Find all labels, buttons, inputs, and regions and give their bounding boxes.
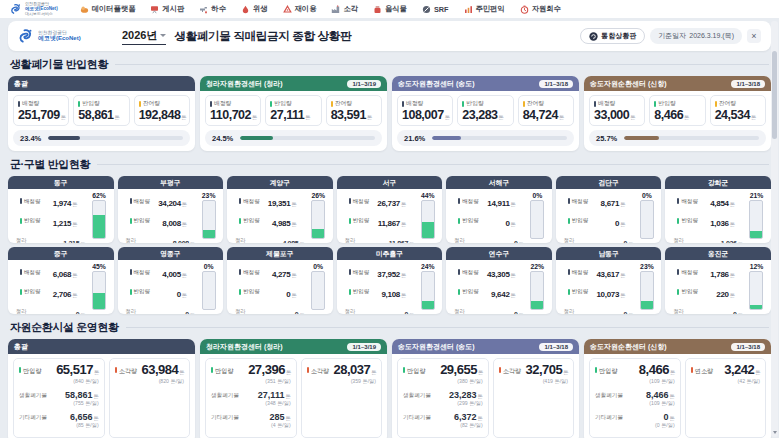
district-percent: 44% [421,192,435,199]
district-name: 연수구 [446,247,552,260]
district-cheongna-row: 청라 0톤 [231,303,305,315]
integrated-dashboard-button[interactable]: 통합상황판 [580,28,645,44]
district-card-grid: 동구 배정량 1,974톤 반입량 1,215톤 청라 1,2 [8,176,771,314]
household-waste-row: 생활폐기물 58,861톤 (755 톤/일) [19,390,99,408]
orange-accent-bar [115,367,117,373]
navy-accent-bar [130,269,132,275]
green-accent-bar [677,218,679,224]
title-rule [97,164,769,165]
page-title: 생활폐기물 직매립금지 종합 상황판 [174,29,351,44]
navy-accent-bar [458,198,460,204]
district-incoming-row: 반입량 0톤 [122,283,196,301]
header-logo-text: 인천환경공단 에코넷(EcoNet) [38,30,81,42]
district-allocated-row: 배정량 1,786톤 [669,263,743,281]
allocated-stat: 배정량 33,000톤 [589,95,645,126]
navy-accent-bar [594,101,596,107]
incoming-stat: 반입량 27,111톤 [265,95,321,126]
green-accent-bar [211,367,213,373]
daily-rate: (42 톤/일) [724,378,760,385]
close-button[interactable]: × [747,29,761,43]
navy-accent-bar [20,269,22,275]
intake-card-grid: 총괄 배정량 251,709톤 반입량 58,861톤 잔여량 192,848톤 [8,76,771,151]
board-icon [150,5,159,14]
progress-percent: 23.4% [20,134,41,143]
incinerated-box: 연소량 3,242톤 (42 톤/일) [685,358,766,438]
card-title: 송도자원순환센터 (신항) [590,342,667,352]
district-percent: 62% [92,192,106,199]
nav-item-resource-recovery[interactable]: 자원회수 [520,4,561,14]
top-nav-menu: 데이터플랫폼 게시판 하수 위생 재이용 소각 음식물 SRF 주민편익 자 [80,4,561,14]
progress-track [432,136,567,140]
daily-rate: (351 톤/일) [248,378,291,385]
close-icon: × [751,31,756,41]
district-allocated-row: 배정량 4,854톤 [669,192,743,210]
daily-rate: (85 톤/일) [70,422,99,429]
nav-item-reuse[interactable]: 재이용 [283,4,317,14]
card-title: 청라자원환경센터 (청라) [206,342,283,352]
district-progress-fill [750,305,762,309]
allocated-stat: 배정량 110,702톤 [205,95,261,126]
district-allocated-row: 배정량 1,974톤 [12,192,86,210]
intake-summary-card: 송도자원환경센터 (송도) 1/1~3/18 배정량 108,007톤 반입량 … [392,76,579,151]
green-accent-bar [568,289,570,295]
nav-item-data-platform[interactable]: 데이터플랫폼 [80,4,136,14]
nav-item-srf[interactable]: SRF [422,5,449,14]
green-accent-bar [349,218,351,224]
district-card: 남동구 배정량 43,617톤 반입량 10,073톤 청라 [556,247,662,314]
green-accent-bar [458,218,460,224]
sewage-icon [199,5,208,14]
nav-item-incineration[interactable]: 소각 [331,4,358,14]
card-title: 청라자원환경센터 (청라) [206,79,283,89]
progress-fill [624,136,659,140]
orange-accent-bar [499,367,501,373]
district-percent: 0% [313,263,323,270]
district-cheongna-row: 청라 4,985톤 [231,232,305,244]
intake-progress: 23.4% [13,130,190,146]
card-title: 송도자원환경센터 (송도) [398,342,475,352]
incineration-icon [331,5,340,14]
district-allocated-row: 배정량 14,911톤 [450,192,524,210]
nav-item-board[interactable]: 게시판 [150,4,184,14]
district-percent: 24% [421,263,435,270]
scrollbar-down-arrow[interactable] [773,431,777,434]
year-dropdown[interactable]: 2026년 [122,28,166,45]
nav-item-sewage[interactable]: 하수 [199,4,226,14]
district-progress-fill [203,230,215,239]
district-incoming-row: 반입량 2,706톤 [12,283,86,301]
topnav-logo[interactable]: 인천환경공단 에코넷(EcoNet) 대시보드서비스 [10,2,58,16]
district-incoming-row: 반입량 0톤 [560,212,634,230]
chevron-down-icon [160,34,166,37]
green-accent-bar [458,289,460,295]
district-progress-bar [749,271,763,310]
district-allocated-row: 배정량 4,005톤 [122,263,196,281]
yellow-accent-bar [715,101,717,107]
navy-accent-bar [677,269,679,275]
district-name: 영종구 [118,247,224,260]
daily-rate: (840 톤/일) [56,378,99,385]
vertical-scrollbar[interactable] [771,21,778,437]
district-progress-fill [750,231,762,239]
daily-rate: (0 톤/일) [655,422,675,429]
district-card: 검단구 배정량 8,671톤 반입량 0톤 청라 0톤 [556,176,662,243]
card-header: 총괄 [8,76,195,91]
other-waste-row: 기타폐기물 285톤 (4 톤/일) [211,412,291,430]
scrollbar-thumb[interactable] [772,51,777,139]
district-incoming-row: 반입량 9,642톤 [450,283,524,301]
district-cheongna-row: 청라 0톤 [122,303,196,315]
date-range-badge: 1/1~3/18 [539,80,573,88]
nav-item-resident-benefit[interactable]: 주민편익 [464,4,505,14]
base-date-chip[interactable]: 기준일자 2026.3.19.(목) [650,28,742,44]
district-progress-bar [530,200,544,239]
nav-item-food-waste[interactable]: 음식물 [373,4,407,14]
district-incoming-row: 반입량 0톤 [231,283,305,301]
district-progress-bar [421,200,435,239]
nav-item-sanitation[interactable]: 위생 [241,4,268,14]
header-logo[interactable]: 인천환경공단 에코넷(EcoNet) [18,28,122,44]
district-allocated-row: 배정량 26,737톤 [341,192,415,210]
district-card: 옹진군 배정량 1,786톤 반입량 220톤 청라 0톤 [665,247,771,314]
district-card: 영종구 배정량 4,005톤 반입량 0톤 청라 0톤 [118,247,224,314]
district-cheongna-row: 청라 8,008톤 [122,232,196,244]
remaining-stat: 잔여량 192,848톤 [134,95,190,126]
district-allocated-row: 배정량 8,671톤 [560,192,634,210]
srf-icon [422,5,431,14]
